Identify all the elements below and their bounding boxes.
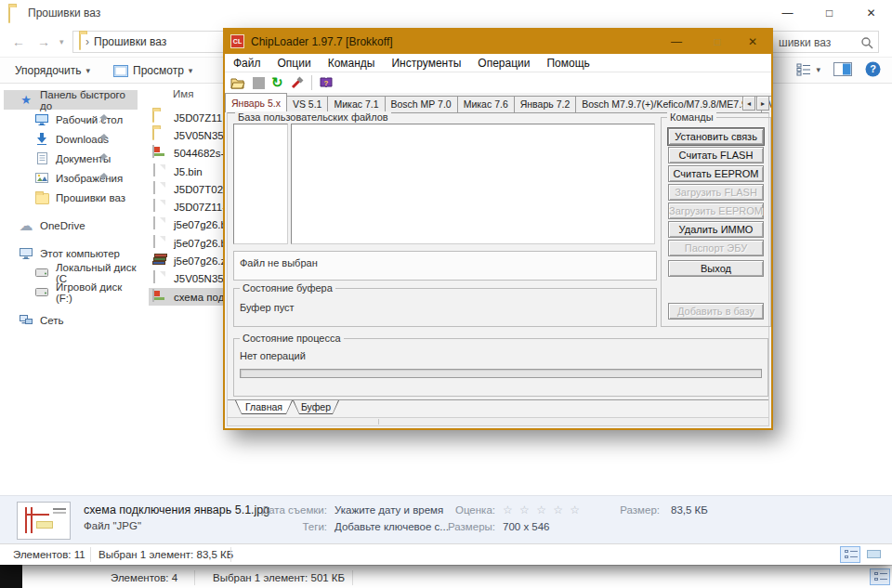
read-flash-button[interactable]: Считать FLASH	[668, 147, 764, 163]
remove-immo-button[interactable]: Удалить ИММО	[668, 221, 764, 238]
file-category-listbox[interactable]	[233, 124, 288, 244]
pin-icon	[98, 114, 108, 124]
dimensions-label: Размеры:	[416, 521, 495, 532]
sidebar-item-desktop[interactable]: Рабочий стол	[4, 110, 138, 129]
connect-button[interactable]: Установить связь	[668, 128, 764, 145]
sidebar-item-this-pc[interactable]: Этот компьютер	[4, 243, 138, 263]
file-status-panel: Файл не выбран	[233, 251, 657, 281]
image-file-icon	[152, 146, 167, 161]
maximize-button[interactable]: □	[704, 30, 730, 54]
folder-icon	[152, 128, 167, 143]
tab-scroll-left-button[interactable]: ◂	[742, 96, 755, 111]
maximize-button[interactable]: □	[808, 0, 850, 26]
menu-tools[interactable]: Инструменты	[383, 54, 469, 72]
tab-yanvar-5x[interactable]: Январь 5.x	[225, 93, 287, 112]
tab-scroll-right-button[interactable]: ▸	[756, 96, 769, 111]
sidebar-item-pictures[interactable]: Изображения	[4, 168, 138, 188]
minimize-button[interactable]: —	[767, 0, 808, 26]
help-book-button[interactable]: ?	[319, 76, 334, 89]
close-button[interactable]: ✕	[740, 30, 766, 54]
folder-icon	[152, 111, 167, 125]
sidebar-item-game-disk-f[interactable]: Игровой диск (F:)	[4, 282, 138, 302]
menu-commands[interactable]: Команды	[320, 54, 384, 72]
search-input[interactable]: шивки ваз	[772, 31, 879, 53]
menu-options[interactable]: Опции	[269, 54, 320, 72]
open-file-button[interactable]	[230, 76, 246, 89]
chiploader-app-icon: CL	[230, 34, 244, 48]
tab-bosch-m797[interactable]: Bosch M7.9.7(+)/Kefico/M7.9.8/ME7.9.9	[575, 96, 761, 112]
sidebar-item-proshivki-vaz[interactable]: Прошивки ваз	[4, 188, 138, 207]
file-icon	[152, 200, 167, 215]
sidebar-item-local-disk-c[interactable]: Локальный диск (C	[4, 263, 138, 282]
explorer-statusbar: Элементов: 11 Выбран 1 элемент: 83,5 КБ	[0, 543, 892, 565]
pin-icon	[98, 153, 108, 163]
help-button[interactable]: ?	[865, 61, 881, 77]
user-files-group-label: База пользовательских файлов	[235, 111, 391, 123]
chiploader-title: ChipLoader 1.97.7 [Brokkoff]	[251, 35, 393, 48]
svg-text:?: ?	[870, 63, 876, 74]
forward-icon[interactable]: →	[37, 34, 50, 49]
details-view-button[interactable]	[870, 568, 890, 585]
chiploader-titlebar[interactable]: CL ChipLoader 1.97.7 [Brokkoff] — □ ✕	[225, 30, 771, 54]
sidebar-item-network[interactable]: Сеть	[4, 310, 138, 330]
thumbnail-view-button[interactable]	[864, 546, 885, 563]
back-icon[interactable]: ←	[12, 34, 25, 49]
tab-mikas-76[interactable]: Микас 7.6	[457, 96, 515, 112]
search-icon[interactable]	[860, 36, 873, 49]
bottom-tab-buffer[interactable]: Буфер	[293, 400, 339, 414]
process-group-label: Состояние процесса	[240, 333, 344, 344]
pictures-icon	[34, 171, 49, 186]
save-button[interactable]	[253, 77, 265, 89]
close-button[interactable]: ✕	[850, 0, 892, 26]
recent-locations-icon[interactable]: ▾	[59, 37, 64, 46]
sidebar-item-quick-access[interactable]: ★ Панель быстрого до	[4, 90, 138, 110]
buffer-group-label: Состояние буфера	[240, 282, 335, 294]
tab-bosch-mp70[interactable]: Bosch MP 7.0	[385, 96, 458, 112]
selection-info: Выбран 1 элемент: 501 КБ	[213, 572, 345, 583]
menu-operations[interactable]: Операции	[469, 54, 538, 72]
file-icon	[152, 236, 167, 251]
details-pane: схема подключения январь 5.1.jpg Файл "J…	[0, 495, 892, 543]
sidebar-item-documents[interactable]: Документы	[4, 149, 138, 168]
disk-icon	[34, 285, 49, 300]
chevron-down-icon: ▾	[816, 65, 820, 74]
minimize-button[interactable]: —	[663, 30, 689, 54]
size-label: Размер:	[585, 504, 660, 516]
organize-button[interactable]: Упорядочить ▾	[15, 62, 90, 79]
chevron-down-icon: ▾	[189, 66, 193, 75]
menu-file[interactable]: Файл	[225, 54, 269, 72]
view-button[interactable]: Просмотр ▾	[113, 62, 192, 79]
rating-stars[interactable]: ☆ ☆ ☆ ☆ ☆	[503, 503, 582, 516]
view-options-button[interactable]: ▾	[796, 63, 820, 76]
folder-icon	[79, 33, 81, 50]
tab-vs-51[interactable]: VS 5.1	[286, 96, 329, 112]
sidebar-item-downloads[interactable]: Downloads	[4, 129, 138, 149]
tab-mikas-71[interactable]: Микас 7.1	[327, 96, 385, 112]
preview-pane-button[interactable]	[833, 62, 852, 76]
file-thumbnail[interactable]	[17, 502, 71, 540]
size-value: 83,5 КБ	[671, 504, 708, 516]
onedrive-cloud-icon: ☁	[19, 218, 33, 233]
chiploader-client-area: База пользовательских файлов Файл не выб…	[227, 112, 769, 426]
menu-help[interactable]: Помощь	[538, 54, 597, 72]
tab-yanvar-72[interactable]: Январь 7.2	[514, 96, 577, 112]
file-listbox[interactable]	[291, 124, 655, 244]
archive-file-icon	[152, 254, 167, 268]
network-icon	[19, 313, 33, 328]
read-eeprom-button[interactable]: Считать EEPROM	[668, 165, 764, 182]
commands-group: Команды Установить связь Считать FLASH С…	[661, 117, 771, 327]
details-view-button[interactable]	[840, 546, 860, 563]
tools-button[interactable]	[290, 75, 305, 90]
chiploader-window: CL ChipLoader 1.97.7 [Brokkoff] — □ ✕ Фа…	[223, 28, 773, 430]
dimensions-value: 700 x 546	[503, 521, 550, 532]
bottom-tab-main[interactable]: Главная	[235, 400, 293, 414]
file-icon	[152, 217, 167, 232]
file-status-text: Файл не выбран	[234, 252, 656, 268]
downloads-icon	[34, 132, 49, 147]
breadcrumb[interactable]: Прошивки ваз	[94, 35, 166, 48]
explorer-titlebar[interactable]: Прошивки ваз — □ ✕	[0, 0, 892, 26]
sidebar-item-onedrive[interactable]: ☁ OneDrive	[4, 216, 138, 235]
desktop: Прошивки ваз — □ ✕ ← → ▾ › Прошивки ваз …	[0, 0, 892, 588]
exit-button[interactable]: Выход	[668, 260, 764, 277]
refresh-button[interactable]: ↻	[271, 76, 283, 89]
